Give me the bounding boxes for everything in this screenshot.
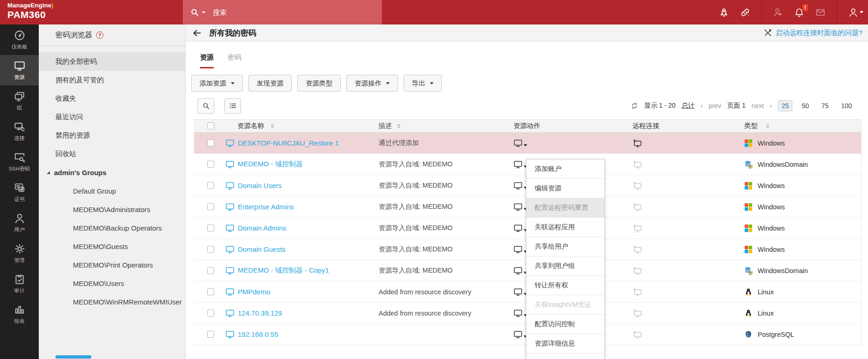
resource-action-button[interactable] [513, 266, 527, 275]
profile-icon[interactable] [848, 7, 858, 18]
remote-connection-icon[interactable] [633, 202, 643, 212]
nav-item[interactable]: 管理 [0, 238, 39, 268]
context-menu-item[interactable]: 共享给用户 [526, 237, 604, 256]
notifications-bell-icon[interactable]: ! [794, 7, 804, 18]
context-menu-item[interactable]: 关联远程应用 [526, 218, 604, 237]
sidebar-item[interactable]: 我的全部密码 [39, 52, 185, 71]
sort-icon[interactable] [397, 124, 401, 128]
select-all-checkbox[interactable] [207, 122, 214, 129]
pagination-total-link[interactable]: 总计 [681, 102, 694, 110]
sidebar-group-child[interactable]: MEDEMO\Administrators [39, 200, 185, 219]
horizontal-scrollbar-thumb[interactable] [55, 355, 91, 359]
row-checkbox[interactable] [207, 310, 214, 316]
list-view-button[interactable] [224, 98, 241, 114]
resource-action-button[interactable] [513, 245, 527, 254]
sidebar-item[interactable]: 收藏夹 [39, 89, 185, 108]
resource-action-button[interactable] [513, 330, 527, 339]
row-checkbox[interactable] [207, 267, 214, 274]
resource-name-link[interactable]: Enterprise Admins [238, 203, 294, 211]
resource-name-link[interactable]: PMPdemo [238, 288, 270, 296]
remote-connection-icon[interactable] [633, 138, 643, 148]
next-arrow-icon[interactable]: › [770, 102, 772, 110]
quick-start-rocket-icon[interactable] [719, 7, 729, 18]
sidebar-item[interactable]: 回收站 [39, 145, 185, 163]
page-size-option[interactable]: 100 [838, 101, 855, 111]
resource-name-link[interactable]: 124.70.39.129 [238, 309, 282, 317]
nav-item[interactable]: SSH密钥 [0, 146, 39, 177]
resource-name-link[interactable]: 192.168.0.55 [238, 330, 278, 338]
search-input[interactable] [213, 8, 351, 16]
row-checkbox[interactable] [207, 246, 214, 253]
remote-connection-icon[interactable] [633, 181, 643, 191]
sidebar-group-child[interactable]: MEDEMO\Guests [39, 237, 185, 256]
table-row[interactable]: DESKTOP-NU8CJAU_Restore 1 通过代理添加 Windows [194, 133, 861, 154]
prev-arrow-icon[interactable]: ‹ [700, 102, 703, 110]
sidebar-group-child[interactable]: MEDEMO\Users [39, 274, 185, 292]
context-menu-item[interactable]: 编辑资源 [526, 179, 604, 198]
row-checkbox[interactable] [207, 182, 214, 189]
sort-icon[interactable] [766, 124, 770, 128]
table-search-button[interactable] [198, 98, 214, 114]
context-menu-item[interactable]: 访问协助 [526, 353, 604, 359]
column-header-name[interactable]: 资源名称 [222, 122, 374, 130]
resource-action-button[interactable] [513, 202, 527, 212]
remote-connection-icon[interactable] [633, 287, 643, 297]
nav-item[interactable]: 用户 [0, 207, 39, 238]
resource-action-button[interactable] [513, 181, 527, 190]
resource-action-button[interactable] [513, 309, 527, 318]
toolbar-button[interactable]: 资源类型 [297, 75, 341, 91]
remote-connection-icon[interactable] [633, 266, 643, 276]
nav-item[interactable]: 连接 [0, 116, 39, 146]
row-checkbox[interactable] [207, 161, 214, 168]
row-checkbox[interactable] [207, 203, 214, 210]
sidebar-item[interactable]: 拥有的及可管的 [39, 71, 185, 89]
nav-item[interactable]: 审计 [0, 268, 39, 299]
context-menu-item[interactable]: 配置访问控制 [526, 315, 604, 334]
nav-item[interactable]: 资源 [0, 55, 39, 85]
context-menu-item[interactable]: 转让所有权 [526, 276, 604, 295]
remote-connection-icon[interactable] [633, 329, 643, 340]
column-header-type[interactable]: 类型 [741, 122, 861, 130]
nav-item[interactable]: 证书 [0, 177, 39, 207]
resource-action-button[interactable] [513, 224, 527, 233]
search-icon[interactable] [190, 8, 199, 17]
mail-icon[interactable] [815, 7, 826, 18]
row-checkbox[interactable] [207, 331, 214, 338]
row-checkbox[interactable] [207, 140, 214, 146]
sidebar-group-child[interactable]: MEDEMO\Print Operators [39, 256, 185, 274]
context-menu-item[interactable]: 配置远程密码重置 [526, 198, 604, 218]
row-checkbox[interactable] [207, 288, 214, 295]
page-size-option[interactable]: 25 [778, 100, 793, 111]
link-icon[interactable] [740, 7, 750, 18]
sidebar-item[interactable]: 禁用的资源 [39, 126, 185, 145]
profile-menu[interactable] [848, 7, 863, 18]
remote-connection-help-link[interactable]: 启动远程连接时面临的问题? [776, 29, 862, 37]
resource-name-link[interactable]: MEDEMO - 域控制器 [238, 160, 303, 169]
prev-button[interactable]: prev [709, 102, 721, 110]
remote-connection-icon[interactable] [633, 159, 643, 170]
resource-name-link[interactable]: Domain Guests [238, 245, 285, 253]
sidebar-item[interactable]: 最近访问 [39, 108, 185, 126]
nav-item[interactable]: 报表 [0, 299, 39, 329]
global-search[interactable] [183, 0, 382, 24]
help-question-icon[interactable]: ? [96, 31, 103, 39]
page-size-option[interactable]: 50 [798, 101, 812, 111]
remote-connection-icon[interactable] [633, 308, 643, 318]
resource-name-link[interactable]: MEDEMO - 域控制器 - Copy1 [238, 266, 329, 275]
resource-action-button[interactable] [513, 287, 527, 297]
row-checkbox[interactable] [207, 225, 214, 231]
sidebar-group-child[interactable]: MEDEMO\Backup Operators [39, 219, 185, 237]
resource-name-link[interactable]: Domain Admins [238, 224, 286, 232]
toolbar-button[interactable]: 资源操作 [346, 75, 398, 91]
sidebar-group-admins-groups[interactable]: admin's Groups [39, 163, 185, 182]
resource-action-button[interactable] [513, 160, 527, 169]
resource-name-link[interactable]: DESKTOP-NU8CJAU_Restore 1 [238, 139, 339, 147]
remote-connection-icon[interactable] [633, 244, 643, 255]
troubleshoot-wrench-icon[interactable] [764, 29, 772, 37]
remote-connection-icon[interactable] [633, 223, 643, 233]
toolbar-button[interactable]: 发现资源 [248, 75, 292, 91]
toolbar-button[interactable]: 导出 [404, 75, 442, 91]
refresh-icon[interactable] [631, 102, 638, 110]
back-arrow-icon[interactable] [192, 28, 202, 38]
nav-item[interactable]: 组 [0, 85, 39, 116]
